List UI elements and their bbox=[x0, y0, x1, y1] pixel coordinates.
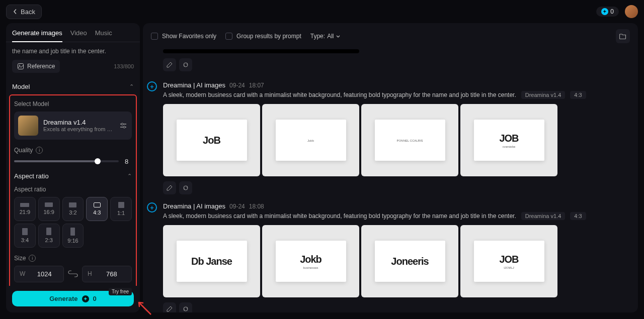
info-icon[interactable]: i bbox=[36, 147, 43, 154]
aspect-label: 2:3 bbox=[45, 237, 53, 243]
result-image[interactable]: Jobb bbox=[262, 104, 359, 176]
result-image[interactable]: JOBcvarsiebe bbox=[460, 104, 557, 176]
aspect-label: 3:2 bbox=[69, 209, 76, 216]
aspect-1-1[interactable]: 1:1 bbox=[110, 197, 132, 221]
chevron-left-icon bbox=[13, 9, 18, 14]
back-label: Back bbox=[21, 8, 35, 16]
credits-value: 0 bbox=[610, 8, 614, 15]
svg-point-2 bbox=[121, 123, 123, 125]
aspect-16-9[interactable]: 16:9 bbox=[38, 197, 60, 221]
width-value: 1024 bbox=[30, 270, 58, 278]
reference-label: Reference bbox=[27, 63, 55, 70]
model-desc: Excels at everything from photoreali... bbox=[43, 126, 114, 132]
highlight-box: Select Model Dreamina v1.4 Excels at eve… bbox=[9, 94, 137, 286]
aspect-3-4[interactable]: 3:4 bbox=[14, 224, 36, 248]
credit-icon: ✦ bbox=[82, 295, 89, 302]
reference-button[interactable]: Reference bbox=[12, 60, 60, 73]
type-filter[interactable]: Type: All bbox=[310, 33, 341, 40]
group-checkbox[interactable] bbox=[225, 33, 232, 40]
aspect-label: 4:3 bbox=[93, 209, 101, 216]
model-section-title: Model bbox=[12, 83, 30, 90]
quality-slider[interactable] bbox=[14, 160, 119, 162]
model-thumbnail bbox=[18, 116, 38, 136]
gen-date: 09-24 bbox=[229, 82, 245, 89]
group-label: Group results by prompt bbox=[236, 33, 301, 40]
svg-point-1 bbox=[19, 65, 20, 66]
regenerate-button[interactable] bbox=[179, 58, 192, 71]
svg-rect-0 bbox=[18, 63, 24, 69]
regenerate-button[interactable] bbox=[179, 181, 192, 194]
aspect-label: 1:1 bbox=[117, 210, 125, 216]
save-button[interactable] bbox=[616, 29, 630, 43]
height-input[interactable]: H 768 bbox=[82, 266, 132, 282]
aspect-9-16[interactable]: 9:16 bbox=[62, 224, 84, 248]
aspect-21-9[interactable]: 21:9 bbox=[14, 197, 36, 221]
favorites-checkbox[interactable] bbox=[151, 33, 158, 40]
edit-button[interactable] bbox=[163, 181, 176, 194]
tune-icon bbox=[119, 121, 128, 130]
edit-button[interactable] bbox=[163, 58, 176, 71]
model-selector[interactable]: Dreamina v1.4 Excels at everything from … bbox=[14, 112, 132, 140]
folder-icon bbox=[619, 33, 626, 40]
width-input[interactable]: W 1024 bbox=[14, 266, 64, 282]
chevron-up-icon: ⌃ bbox=[127, 173, 132, 179]
ratio-chip: 4:3 bbox=[570, 212, 586, 220]
expand-button[interactable]: + bbox=[147, 202, 157, 212]
width-label: W bbox=[20, 270, 25, 277]
generate-label: Generate bbox=[49, 295, 77, 302]
previous-prompt-bar bbox=[163, 49, 359, 53]
quality-label: Quality bbox=[14, 147, 33, 154]
height-label: H bbox=[88, 270, 92, 277]
prompt-preview[interactable]: the name and job title in the center. bbox=[12, 47, 134, 56]
prompt-box: the name and job title in the center. Re… bbox=[12, 47, 134, 73]
avatar[interactable] bbox=[625, 5, 638, 18]
chevron-up-icon: ⌃ bbox=[129, 83, 134, 90]
svg-point-3 bbox=[123, 126, 125, 128]
tab-music[interactable]: Music bbox=[95, 29, 112, 42]
edit-button[interactable] bbox=[163, 302, 176, 312]
height-value: 768 bbox=[97, 270, 126, 278]
aspect-section-head[interactable]: Aspect ratio ⌃ bbox=[14, 168, 132, 184]
aspect-3-2[interactable]: 3:2 bbox=[62, 197, 84, 221]
reference-icon bbox=[17, 63, 24, 70]
generate-cost: 0 bbox=[93, 295, 97, 302]
result-image[interactable]: Joneeris bbox=[361, 225, 458, 297]
credits-badge[interactable]: ✦ 0 bbox=[596, 7, 619, 17]
aspect-4-3[interactable]: 4:3 bbox=[86, 197, 108, 221]
aspect-2-3[interactable]: 2:3 bbox=[38, 224, 60, 248]
type-label: Type: bbox=[310, 33, 325, 40]
expand-button[interactable]: + bbox=[147, 81, 157, 91]
char-count: 133/800 bbox=[114, 63, 134, 69]
aspect-section-title: Aspect ratio bbox=[14, 172, 49, 180]
generator-name: Dreamina | AI images bbox=[163, 81, 225, 89]
back-button[interactable]: Back bbox=[6, 5, 42, 19]
model-chip: Dreamina v1.4 bbox=[521, 212, 566, 220]
aspect-label: 9:16 bbox=[67, 238, 78, 244]
sidebar: Generate images Video Music the name and… bbox=[6, 23, 140, 312]
gen-date: 09-24 bbox=[229, 203, 245, 210]
result-image[interactable]: JOBIJOMLJ bbox=[460, 225, 557, 297]
model-section-head[interactable]: Model ⌃ bbox=[12, 79, 134, 94]
result-image[interactable]: PONNEL CCALRIS bbox=[361, 104, 458, 176]
gen-time: 18:08 bbox=[249, 203, 264, 210]
chevron-down-icon bbox=[336, 34, 341, 39]
regenerate-button[interactable] bbox=[179, 302, 192, 312]
credit-icon: ✦ bbox=[601, 8, 608, 15]
result-prompt-text: A sleek, modern business card with a min… bbox=[163, 212, 516, 220]
results-panel: Show Favorites only Group results by pro… bbox=[143, 23, 638, 312]
aspect-label: 16:9 bbox=[43, 209, 54, 215]
result-group: + Dreamina | AI images 09-24 18:07A slee… bbox=[163, 81, 630, 194]
link-icon[interactable] bbox=[68, 270, 78, 277]
result-image[interactable]: Db Janse bbox=[163, 225, 260, 297]
result-group: + Dreamina | AI images 09-24 18:08A slee… bbox=[163, 202, 630, 312]
result-image[interactable]: JoB bbox=[163, 104, 260, 176]
tab-generate-images[interactable]: Generate images bbox=[12, 29, 62, 42]
tab-video[interactable]: Video bbox=[70, 29, 87, 42]
aspect-label: 21:9 bbox=[20, 209, 30, 215]
result-image[interactable]: Jokbbusinesses bbox=[262, 225, 359, 297]
type-value: All bbox=[327, 33, 334, 40]
info-icon[interactable]: i bbox=[29, 255, 36, 262]
aspect-label: 3:4 bbox=[21, 237, 29, 243]
generate-button[interactable]: Try free Generate ✦ 0 bbox=[12, 291, 134, 306]
try-free-badge: Try free bbox=[109, 288, 132, 295]
